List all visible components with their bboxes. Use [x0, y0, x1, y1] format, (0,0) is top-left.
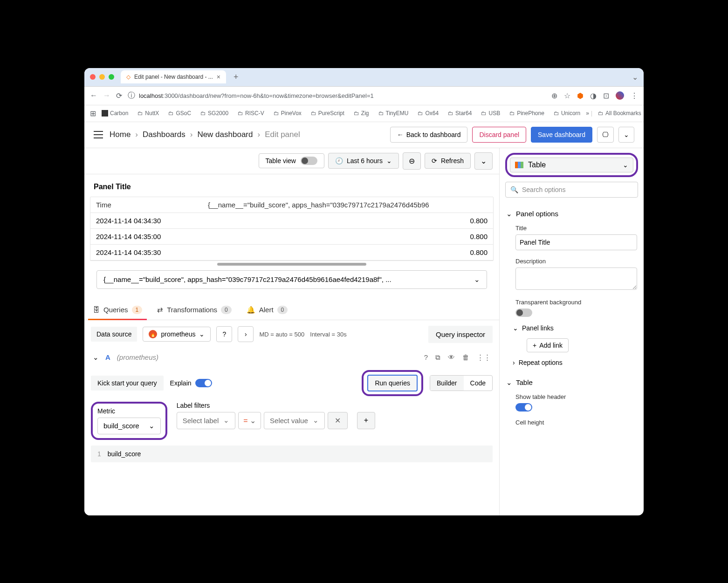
bookmark-item[interactable]: 🗀NuttX	[134, 108, 163, 118]
panel-options-header[interactable]: ⌄Panel options	[506, 206, 637, 222]
query-inspector-button[interactable]: Query inspector	[428, 326, 493, 343]
add-link-button[interactable]: +Add link	[527, 338, 569, 352]
show-header-toggle[interactable]	[515, 403, 532, 412]
remove-filter-button[interactable]: ✕	[328, 412, 348, 429]
transparent-toggle[interactable]	[515, 309, 532, 317]
metric-picker[interactable]: build_score ⌄	[97, 418, 161, 434]
tab-alert[interactable]: 🔔 Alert 0	[245, 300, 290, 320]
discard-panel-button[interactable]: Discard panel	[472, 127, 526, 143]
bookmark-item[interactable]: 🗀USB	[477, 108, 504, 118]
toggle-switch[interactable]	[301, 157, 317, 165]
chevron-down-icon[interactable]: ⌄	[618, 127, 634, 143]
panel-links-header[interactable]: ⌄Panel links	[513, 322, 637, 335]
menu-icon[interactable]: ⋮	[631, 91, 638, 100]
monitor-icon[interactable]: 🖵	[597, 127, 614, 143]
crumb-home[interactable]: Home	[110, 130, 130, 139]
tabs-dropdown-icon[interactable]: ⌄	[632, 73, 638, 82]
window-maximize[interactable]	[109, 74, 114, 80]
add-filter-button[interactable]: +	[357, 412, 375, 429]
bookmark-item[interactable]: 🗀Ox64	[414, 108, 442, 118]
time-range-picker[interactable]: 🕘 Last 6 hours ⌄	[328, 153, 399, 169]
chevron-down-icon: ⌄	[313, 416, 319, 425]
title-input[interactable]	[515, 234, 637, 250]
chevron-right-icon[interactable]: ›	[238, 326, 254, 342]
tab-close-icon[interactable]: ×	[217, 73, 220, 81]
window-minimize[interactable]	[99, 74, 105, 80]
bookmark-item[interactable]: 🗀PureScript	[307, 108, 348, 118]
zoom-out-icon[interactable]: ⊖	[403, 152, 421, 170]
database-icon: 🗄	[93, 306, 100, 314]
apps-icon[interactable]: ⊞	[90, 109, 96, 118]
window-close[interactable]	[90, 74, 96, 80]
chevron-down-icon: ⌄	[474, 275, 480, 284]
profile-avatar[interactable]	[616, 91, 624, 100]
bookmark-item[interactable]: 🗀Unicorn	[550, 108, 584, 118]
all-bookmarks[interactable]: 🗀All Bookmarks	[594, 108, 644, 118]
viz-picker-highlight: Table ⌄	[505, 153, 638, 177]
new-tab-button[interactable]: +	[234, 72, 239, 82]
series-filter[interactable]: {__name__="build_score", apps_hash="039c…	[96, 270, 487, 289]
back-icon[interactable]: ←	[90, 91, 97, 100]
crumb-dashboards[interactable]: Dashboards	[143, 130, 185, 139]
bookmark-item[interactable]: Carbon	[98, 108, 132, 118]
label-picker[interactable]: Select label⌄	[177, 412, 236, 429]
bookmark-item[interactable]: 🗀PineVox	[270, 108, 305, 118]
visualization-picker[interactable]: Table ⌄	[510, 158, 633, 172]
col-header-time[interactable]: Time	[96, 201, 208, 209]
bookmark-item[interactable]: 🗀RISC-V	[234, 108, 268, 118]
description-input[interactable]	[515, 267, 637, 290]
table-view-toggle[interactable]: Table view	[259, 153, 324, 168]
editor-mode-toggle[interactable]: Builder Code	[430, 375, 493, 391]
eye-icon[interactable]: 👁	[448, 353, 455, 362]
star-icon[interactable]: ☆	[564, 91, 570, 100]
tab-queries[interactable]: 🗄 Queries 1	[91, 300, 144, 320]
crumb-new[interactable]: New dashboard	[197, 130, 253, 139]
help-icon[interactable]: ?	[216, 326, 232, 342]
chevron-down-icon: ⌄	[223, 416, 229, 425]
datasource-picker[interactable]: 🔥 prometheus ⌄	[143, 327, 211, 342]
scrollbar[interactable]	[217, 263, 366, 266]
panel-title: Panel Title	[90, 181, 494, 197]
table-section-header[interactable]: ⌄Table	[506, 375, 637, 391]
browser-tab[interactable]: ◇ Edit panel - New dashboard - ... ×	[121, 70, 226, 83]
explain-toggle[interactable]: Explain	[170, 379, 212, 387]
drag-handle-icon[interactable]: ⋮⋮	[477, 353, 491, 362]
bookmarks-overflow-icon[interactable]: »	[586, 110, 589, 117]
kickstart-button[interactable]: Kick start your query	[91, 376, 164, 391]
zoom-icon[interactable]: ⊕	[551, 91, 557, 100]
refresh-interval-dropdown[interactable]: ⌄	[474, 152, 493, 170]
run-queries-button[interactable]: Run queries	[367, 375, 418, 391]
trash-icon[interactable]: 🗑	[462, 353, 469, 362]
app-header: Home › Dashboards › New dashboard › Edit…	[84, 122, 644, 148]
repeat-options-header[interactable]: ›Repeat options	[513, 356, 637, 369]
extensions-icon[interactable]: ⊡	[603, 91, 609, 100]
toggle-switch[interactable]	[195, 379, 212, 387]
bookmark-item[interactable]: 🗀SG2000	[197, 108, 232, 118]
collapse-icon[interactable]: ⌄	[93, 353, 99, 362]
menu-toggle-icon[interactable]	[94, 131, 103, 138]
grafana-app: Home › Dashboards › New dashboard › Edit…	[84, 122, 644, 515]
bookmark-item[interactable]: 🗀PinePhone	[506, 108, 548, 118]
back-to-dashboard-button[interactable]: ←Back to dashboard	[390, 127, 468, 143]
bookmark-item[interactable]: 🗀Zig	[350, 108, 373, 118]
value-picker[interactable]: Select value⌄	[264, 412, 325, 429]
query-options-bar: Data source 🔥 prometheus ⌄ ? › MD = auto…	[84, 320, 499, 349]
ext-icon-2[interactable]: ◑	[590, 91, 597, 100]
search-options-input[interactable]: 🔍 Search options	[505, 182, 638, 198]
refresh-button[interactable]: ⟳ Refresh	[425, 153, 471, 169]
ext-icon-1[interactable]: ⬢	[577, 91, 584, 100]
save-dashboard-button[interactable]: Save dashboard	[531, 127, 592, 143]
help-icon[interactable]: ?	[424, 353, 428, 362]
bookmark-item[interactable]: 🗀GSoC	[165, 108, 195, 118]
bookmark-item[interactable]: 🗀Star64	[444, 108, 475, 118]
forward-icon[interactable]: →	[103, 91, 110, 100]
col-header-metric[interactable]: {__name__="build_score", apps_hash="039c…	[208, 201, 488, 209]
bookmark-item[interactable]: 🗀TinyEMU	[375, 108, 412, 118]
clock-icon: 🕘	[335, 157, 343, 165]
site-info-icon[interactable]: ⓘ	[128, 91, 135, 101]
reload-icon[interactable]: ⟳	[116, 91, 122, 100]
copy-icon[interactable]: ⧉	[435, 353, 440, 362]
url-field[interactable]: ⓘ localhost:3000/dashboard/new?from=now-…	[128, 91, 546, 101]
tab-transformations[interactable]: ⇄ Transformations 0	[155, 300, 234, 320]
operator-button[interactable]: = ⌄	[238, 412, 261, 429]
